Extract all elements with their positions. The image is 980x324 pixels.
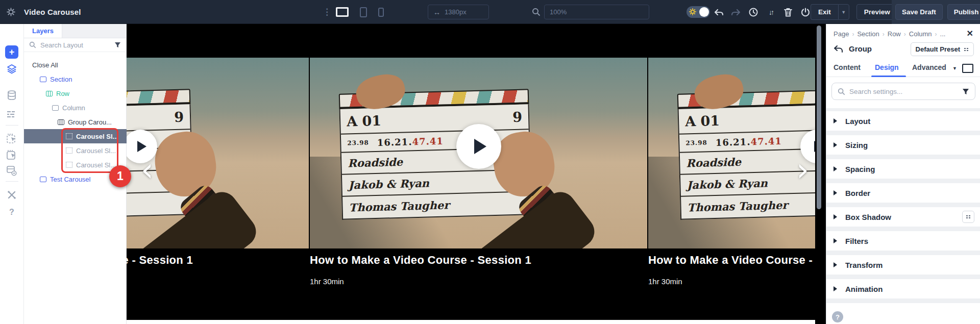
breadcrumb-item-section[interactable]: Section: [857, 30, 879, 38]
tree-item-label: Section: [50, 76, 72, 83]
history-clock-icon[interactable]: [748, 7, 758, 17]
save-draft-button[interactable]: Save Draft: [895, 4, 943, 20]
help-icon[interactable]: ?: [9, 208, 14, 217]
section-border[interactable]: Border: [826, 183, 980, 203]
viewport-width-input[interactable]: ↔ 1380px: [428, 5, 489, 19]
layers-icon[interactable]: [7, 64, 17, 74]
tab-advanced[interactable]: Advanced: [912, 63, 946, 71]
tree-item-label: Row: [56, 90, 69, 97]
editor-canvas[interactable]: A 01923.9816.21.47.41RoadsideJakob & Rya…: [127, 24, 826, 324]
settings-gear-icon[interactable]: [6, 7, 16, 17]
inspector-panel: Page›Section›Row›Column›... ✕ Group Defa…: [826, 24, 980, 324]
search-icon: [838, 88, 845, 95]
tree-item-row[interactable]: Row: [24, 86, 127, 101]
sort-order-icon[interactable]: ↓↑: [766, 7, 776, 17]
tab-design[interactable]: Design: [875, 63, 899, 71]
close-all-button[interactable]: Close All: [24, 58, 127, 72]
breadcrumb-item-[interactable]: ...: [940, 30, 946, 38]
section-layout[interactable]: Layout: [826, 111, 980, 131]
undo-icon[interactable]: [714, 7, 724, 17]
components-icon[interactable]: [7, 166, 17, 176]
canvas-options-kebab-icon[interactable]: ⋮: [323, 0, 331, 24]
back-arrow-icon[interactable]: [834, 45, 843, 53]
video-thumbnail: A 01923.9816.21.47.41RoadsideJakob & Rya…: [648, 58, 815, 248]
filter-funnel-icon[interactable]: [114, 42, 121, 48]
fields-list-icon[interactable]: [7, 111, 16, 118]
tabs-caret-icon[interactable]: ▼: [952, 66, 957, 71]
tree-item-column[interactable]: Column: [24, 101, 127, 115]
expand-triangle-icon: [834, 142, 837, 147]
tree-item-label: Column: [62, 104, 85, 112]
breadcrumb-item-row[interactable]: Row: [888, 30, 901, 38]
video-duration: 1hr 30min: [310, 277, 647, 286]
select-copy-icon[interactable]: [7, 149, 17, 160]
section-box-shadow[interactable]: Box Shadow: [826, 207, 980, 227]
carousel-slide-2[interactable]: A 01923.9816.21.47.41RoadsideJakob & Rya…: [310, 58, 647, 286]
power-icon[interactable]: [800, 7, 811, 17]
carousel-prev-arrow[interactable]: ‹: [141, 154, 154, 186]
width-arrows-icon: ↔: [433, 8, 440, 16]
canvas-scrollbar[interactable]: [817, 26, 821, 209]
settings-search-input[interactable]: Search settings...: [831, 83, 975, 100]
redo-icon[interactable]: [731, 7, 741, 17]
breakpoint-frame-icon[interactable]: [962, 64, 973, 73]
panel-help-icon[interactable]: ?: [832, 311, 843, 322]
tree-item-group-carou[interactable]: Group Carou...: [24, 115, 127, 129]
publish-button[interactable]: Publish: [947, 4, 980, 20]
selected-element-name: Group: [849, 44, 872, 53]
database-icon[interactable]: [7, 90, 16, 101]
tab-content[interactable]: Content: [834, 63, 861, 71]
tree-item-label: Test Carousel: [50, 176, 90, 183]
section-animation[interactable]: Animation: [826, 279, 980, 298]
toggle-knob: [699, 7, 709, 17]
exit-dropdown-caret[interactable]: ▼: [838, 4, 849, 20]
box-shadow-preset-button[interactable]: [962, 211, 974, 223]
breadcrumb-item-page[interactable]: Page: [834, 30, 849, 38]
section-label: Sizing: [845, 141, 868, 149]
video-title: How to Make a Video Course - Session 1: [127, 254, 309, 267]
search-icon: [29, 41, 36, 48]
film-slate: A 01923.9816.21.47.41RoadsideJakob & Rya…: [677, 89, 815, 222]
trash-icon[interactable]: [783, 7, 793, 17]
section-transform[interactable]: Transform: [826, 255, 980, 275]
video-thumbnail: A 01923.9816.21.47.41RoadsideJakob & Rya…: [310, 58, 647, 248]
section-sizing[interactable]: Sizing: [826, 135, 980, 155]
add-block-button[interactable]: +: [5, 45, 18, 59]
expand-triangle-icon: [834, 214, 837, 219]
tree-item-label: Carousel Sl...: [76, 133, 118, 140]
carousel-viewport: A 01923.9816.21.47.41RoadsideJakob & Rya…: [127, 24, 815, 324]
carousel-slide-1[interactable]: A 01923.9816.21.47.41RoadsideJakob & Rya…: [127, 58, 309, 286]
close-icon[interactable]: ✕: [967, 29, 973, 38]
section-spacing[interactable]: Spacing: [826, 159, 980, 179]
canvas-zoom-input[interactable]: 100%: [544, 5, 649, 19]
breadcrumb: Page›Section›Row›Column›...: [834, 30, 945, 38]
block-type-icon: [66, 162, 72, 168]
default-preset-button[interactable]: Default Preset: [911, 42, 974, 56]
expand-triangle-icon: [834, 166, 837, 171]
carousel-slide-3[interactable]: A 01923.9816.21.47.41RoadsideJakob & Rya…: [648, 58, 815, 286]
section-filters[interactable]: Filters: [826, 231, 980, 251]
select-element-icon[interactable]: [7, 133, 17, 143]
tree-item-label: Carousel Sl...: [76, 161, 116, 169]
play-button[interactable]: [456, 124, 501, 169]
desktop-breakpoint-icon[interactable]: [336, 7, 349, 17]
carousel-next-arrow[interactable]: ›: [796, 154, 809, 186]
tools-icon[interactable]: [7, 190, 16, 200]
block-type-icon: [40, 77, 46, 82]
video-title: How to Make a Video Course - Session 1: [310, 254, 647, 267]
tree-item-carousel-sl[interactable]: Carousel Sl...: [24, 143, 127, 158]
mobile-breakpoint-icon[interactable]: [378, 8, 384, 17]
video-duration: 1hr 30min: [127, 277, 309, 286]
block-type-icon: [66, 133, 72, 139]
breadcrumb-item-column[interactable]: Column: [909, 30, 932, 38]
tree-item-section[interactable]: Section: [24, 72, 127, 86]
exit-button[interactable]: Exit: [811, 4, 838, 20]
settings-filter-funnel-icon[interactable]: [962, 88, 969, 95]
tree-item-carousel-sl[interactable]: Carousel Sl...: [24, 129, 127, 143]
dark-mode-toggle[interactable]: [687, 6, 710, 18]
layout-search-input[interactable]: Search Layout: [40, 41, 110, 49]
tab-layers[interactable]: Layers: [24, 24, 62, 38]
tablet-breakpoint-icon[interactable]: [360, 7, 367, 17]
preset-dots-icon: [964, 47, 969, 52]
section-label: Spacing: [845, 165, 875, 173]
